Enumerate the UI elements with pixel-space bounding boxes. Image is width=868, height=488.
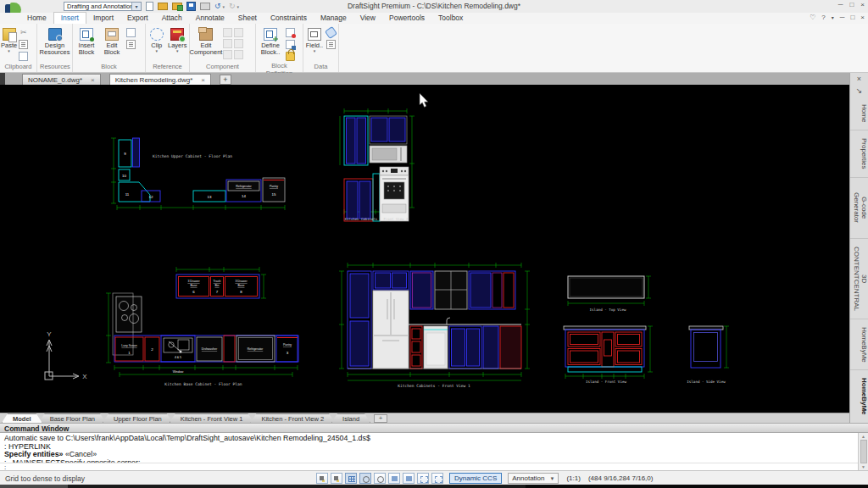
field-button[interactable]: Field.. ▾ <box>304 25 325 53</box>
drawing-canvas[interactable]: Kitchen Upper Cabinet - Floor Plan 9 10 … <box>0 85 849 413</box>
design-resources-button[interactable]: Design Resources <box>38 25 71 56</box>
pickbox-toggle-icon[interactable] <box>431 473 443 484</box>
sheet-tab-model[interactable]: Model <box>2 413 42 423</box>
hyperlink-icon[interactable] <box>325 26 337 39</box>
front-view-1-drawing[interactable]: Kitchen Cabinets - Front View 1 <box>335 258 534 390</box>
tab-toolbox[interactable]: Toolbox <box>431 13 470 24</box>
paste-button[interactable]: Paste ▾ <box>1 25 17 53</box>
panel-tab-gcode-generator[interactable]: G-code Generator <box>850 178 868 239</box>
selection-window-toggle-icon[interactable] <box>417 473 429 484</box>
ribbon-group-block-definition: Define Block.. Block Definition <box>256 24 303 72</box>
upper-cabinet-floor-plan-drawing[interactable]: Kitchen Upper Cabinet - Floor Plan 9 10 … <box>110 131 292 216</box>
panel-tab-homebyme[interactable]: HomeByMe <box>850 319 868 370</box>
doc-tab-kitchen-remodeling[interactable]: Kitchen Remodeling.dwg* × <box>109 74 211 85</box>
status-bar: Grid too dense to display Dynamic CCS An… <box>0 470 868 485</box>
minimize-button[interactable]: ─ <box>838 1 843 8</box>
sheet-tab-base-floor-plan[interactable]: Base Floor Plan <box>39 413 106 423</box>
edit-component-button[interactable]: Edit Component <box>191 25 221 56</box>
favorites-icon[interactable]: ♡ <box>810 14 815 21</box>
tab-home[interactable]: Home <box>20 13 53 24</box>
scroll-thumb[interactable] <box>860 440 867 463</box>
svg-text:Island - Front View: Island - Front View <box>586 380 626 384</box>
doc-minimize-button[interactable]: ─ <box>840 14 845 21</box>
copy-icon[interactable] <box>19 40 28 49</box>
tab-attach[interactable]: Attach <box>155 13 189 24</box>
annotation-scale-select[interactable]: Annotation ▼ <box>508 473 559 484</box>
panel-tab-homebyme-active[interactable]: HomeByMe <box>850 369 868 423</box>
coordinates-readout: (484 9/16,284 7/16,0) <box>588 474 654 482</box>
command-scrollbar[interactable]: ▲ ▼ <box>858 433 868 470</box>
sheet-tab-island[interactable]: Island <box>331 413 370 423</box>
sheet-tab-kitchen-front-view-2[interactable]: Kitchen - Front View 2 <box>250 413 335 423</box>
sync-attribute-icon[interactable] <box>286 40 295 49</box>
grid-toggle-icon[interactable] <box>345 473 357 484</box>
doc-tab-bar-notch <box>0 73 5 85</box>
new-doc-tab-button[interactable]: + <box>220 75 231 85</box>
tab-sheet[interactable]: Sheet <box>231 13 264 24</box>
command-history[interactable]: Automatic save to C:\Users\frank\AppData… <box>0 433 858 463</box>
svg-text:Dishwasher: Dishwasher <box>202 347 218 351</box>
add-sheet-button[interactable]: + <box>374 414 387 423</box>
restore-button[interactable]: □ <box>849 1 854 8</box>
panel-pin-icon[interactable]: ↘ <box>856 85 863 97</box>
tab-view[interactable]: View <box>353 13 382 24</box>
tab-import[interactable]: Import <box>86 13 120 24</box>
export-data-icon[interactable] <box>326 40 336 49</box>
doc-tab-close-icon[interactable]: × <box>91 76 95 84</box>
lock-attribute-icon[interactable] <box>286 52 295 61</box>
panel-tab-properties[interactable]: Properties <box>850 130 868 177</box>
panel-tab-home[interactable]: Home <box>850 97 868 130</box>
island-top-view-drawing[interactable]: Island - Top View <box>564 269 657 313</box>
tab-export[interactable]: Export <box>120 13 155 24</box>
paste-dropdown-icon: ▾ <box>8 49 10 53</box>
sheet-tab-kitchen-front-view-1[interactable]: Kitchen - Front View 1 <box>170 413 254 423</box>
command-line: Automatic save to C:\Users\frank\AppData… <box>4 435 854 443</box>
component-disabled-icon-4 <box>234 39 243 48</box>
tab-constraints[interactable]: Constraints <box>264 13 314 24</box>
doc-restore-button[interactable]: □ <box>850 14 854 21</box>
edit-attribute-icon[interactable] <box>286 28 295 37</box>
doc-tab-noname[interactable]: NONAME_0.dwg* × <box>22 74 101 85</box>
window-title: DraftSight Premium - C:\DS\Kitchen Remod… <box>0 2 868 10</box>
edit-block-button[interactable]: Edit Block <box>99 25 125 56</box>
command-window: Command Window Automatic save to C:\User… <box>0 423 868 470</box>
dynamic-ccs-button[interactable]: Dynamic CCS <box>449 473 502 484</box>
tab-insert[interactable]: Insert <box>53 12 86 24</box>
export-drawing-icon[interactable] <box>126 40 136 49</box>
clip-button[interactable]: Clip ▾ <box>147 25 167 53</box>
tab-annotate[interactable]: Annotate <box>189 13 231 24</box>
entity-track-toggle-icon[interactable] <box>388 473 400 484</box>
close-button[interactable]: × <box>860 1 865 8</box>
svg-text:Pantry: Pantry <box>283 343 292 347</box>
insert-reference-icon[interactable] <box>126 28 136 37</box>
ortho-toggle-icon[interactable] <box>359 473 371 484</box>
tab-manage[interactable]: Manage <box>314 13 353 24</box>
scroll-up-icon[interactable]: ▲ <box>861 434 865 439</box>
island-side-view-drawing[interactable]: Island - Side View <box>674 322 737 385</box>
doc-tab-close-icon[interactable]: × <box>201 76 205 84</box>
layers-button[interactable]: Layers ▾ <box>167 25 188 53</box>
panel-close-icon[interactable]: × <box>857 73 861 85</box>
copy-with-reference-icon[interactable] <box>19 52 28 61</box>
command-input[interactable]: : <box>0 463 858 470</box>
scroll-down-icon[interactable]: ▼ <box>861 464 865 469</box>
help-dropdown-icon[interactable]: ▾ <box>832 14 834 20</box>
polar-toggle-icon[interactable] <box>374 473 386 484</box>
snap-toggle-icon[interactable] <box>316 473 328 484</box>
entity-snap-toggle-icon[interactable] <box>331 473 342 484</box>
front-view-2-drawing[interactable]: Kitchen Cabinets - Front View 2 <box>337 106 418 225</box>
tab-powertools[interactable]: Powertools <box>382 13 431 24</box>
help-icon[interactable]: ? <box>821 14 825 21</box>
define-block-button[interactable]: Define Block.. <box>257 25 284 56</box>
island-front-view-drawing[interactable]: Island - Front View <box>559 322 657 385</box>
doc-close-button[interactable]: × <box>860 14 865 21</box>
svg-text:Kitchen Cabinets - Front View: Kitchen Cabinets - Front View 1 <box>398 384 470 388</box>
base-cabinet-floor-plan-drawing[interactable]: 3 Drawer Base 6 Trash Bin 7 3 Drawer Bas… <box>104 264 303 391</box>
cut-icon[interactable]: ✂ <box>19 28 28 37</box>
panel-tab-3d-contentcentral[interactable]: 3D CONTENTCENTRAL <box>850 239 868 319</box>
lineweight-toggle-icon[interactable] <box>403 473 415 484</box>
sheet-tab-upper-floor-plan[interactable]: Upper Floor Plan <box>103 413 173 423</box>
insert-block-button[interactable]: Insert Block <box>74 25 99 56</box>
edit-block-icon <box>105 28 119 41</box>
command-window-title[interactable]: Command Window <box>0 423 868 433</box>
